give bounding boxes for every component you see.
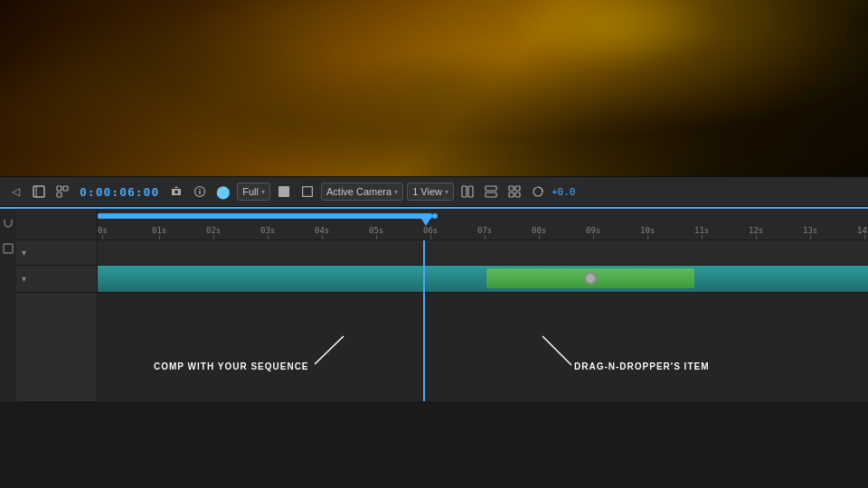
svg-rect-14	[486, 192, 496, 197]
tick-13s: 13s	[803, 226, 817, 239]
track-expand-2[interactable]: ▾	[22, 274, 26, 284]
quality-chevron: ▾	[261, 188, 265, 196]
svg-rect-13	[486, 186, 496, 191]
box-icon[interactable]	[1, 241, 15, 256]
track-row-sequence: ▾	[16, 266, 868, 293]
track-content-seq[interactable]	[98, 266, 868, 292]
preview-area	[0, 0, 868, 176]
ruler-row: 0s 01s 02s 03s 04s 05s 06s 07s 08s 09s	[16, 209, 868, 240]
exposure-value: +0.0	[552, 186, 576, 198]
svg-rect-2	[57, 186, 61, 191]
green-item-handle	[584, 272, 597, 285]
svg-point-5	[175, 191, 178, 194]
work-area-end	[432, 213, 438, 219]
tick-05s: 05s	[369, 226, 383, 239]
ruler-right[interactable]: 0s 01s 02s 03s 04s 05s 06s 07s 08s 09s	[98, 209, 868, 239]
info-btn[interactable]	[190, 182, 210, 202]
view-tb3[interactable]	[505, 182, 524, 202]
track-row-expand: ▾	[16, 240, 868, 266]
view-tb2[interactable]	[481, 182, 501, 202]
ruler-left	[16, 209, 98, 239]
view-tb1[interactable]	[458, 182, 477, 202]
tick-04s: 04s	[315, 226, 329, 239]
timeline: 0s 01s 02s 03s 04s 05s 06s 07s 08s 09s	[0, 207, 868, 401]
tick-01s: 01s	[152, 226, 166, 239]
camera-dropdown[interactable]: Active Camera ▾	[321, 183, 403, 201]
svg-rect-3	[63, 186, 68, 191]
tick-08s: 08s	[532, 226, 546, 239]
camera-snapshot-btn[interactable]	[166, 182, 186, 202]
camera-chevron: ▾	[394, 188, 398, 196]
svg-rect-18	[515, 192, 520, 197]
tick-07s: 07s	[477, 226, 492, 239]
tick-10s: 10s	[640, 226, 655, 239]
tick-02s: 02s	[206, 226, 221, 239]
view-tb4[interactable]	[528, 182, 548, 202]
tb1[interactable]	[274, 182, 294, 202]
tick-14s: 14s	[857, 226, 868, 239]
tick-0s: 0s	[98, 226, 108, 239]
svg-rect-9	[278, 186, 289, 197]
color-btn[interactable]: ⬤	[213, 182, 233, 202]
ruler-ticks: 0s 01s 02s 03s 04s 05s 06s 07s 08s 09s	[98, 220, 868, 239]
green-dropper-item[interactable]	[486, 268, 694, 288]
playhead-marker[interactable]	[421, 219, 430, 226]
views-dropdown[interactable]: 1 View ▾	[407, 183, 454, 201]
tb2[interactable]	[297, 182, 317, 202]
timecode-display: 0:00:06:00	[76, 185, 163, 199]
svg-rect-15	[509, 186, 514, 191]
track-row-empty-1	[16, 293, 868, 401]
track-content-empty-1[interactable]	[98, 293, 868, 401]
track-label-seq: ▾	[16, 266, 98, 292]
views-label: 1 View	[412, 186, 442, 197]
tick-06s: 06s	[423, 226, 438, 239]
track-expand-1[interactable]: ▾	[22, 248, 26, 258]
camera-label: Active Camera	[326, 186, 392, 197]
grid-btn[interactable]	[52, 182, 72, 202]
svg-rect-0	[33, 186, 44, 197]
collapse-btn[interactable]: ◁	[5, 182, 25, 202]
tick-09s: 09s	[586, 226, 600, 239]
tick-03s: 03s	[260, 226, 275, 239]
svg-rect-22	[4, 244, 13, 253]
region-btn[interactable]	[29, 182, 49, 202]
tick-12s: 12s	[749, 226, 763, 239]
svg-rect-4	[57, 192, 61, 197]
svg-point-8	[199, 189, 201, 191]
svg-rect-16	[515, 186, 520, 191]
svg-rect-11	[462, 186, 467, 197]
quality-dropdown[interactable]: Full ▾	[237, 183, 270, 201]
tracks-container: ▾ ▾	[16, 240, 868, 401]
svg-rect-17	[509, 192, 514, 197]
svg-rect-10	[303, 187, 313, 197]
tick-11s: 11s	[694, 226, 709, 239]
magnet-icon[interactable]	[1, 216, 15, 230]
track-label-empty-1	[16, 293, 98, 401]
track-content-1	[98, 240, 868, 265]
svg-rect-12	[468, 186, 473, 197]
work-area-bar[interactable]	[98, 213, 432, 219]
track-label-1: ▾	[16, 240, 98, 265]
toolbar: ◁ 0:00:06:00 ⬤ Full ▾	[0, 176, 868, 207]
